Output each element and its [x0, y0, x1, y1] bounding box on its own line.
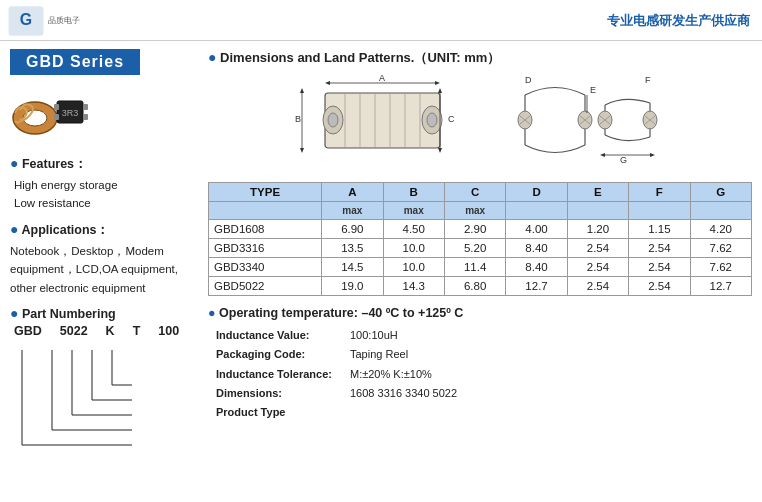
- feature-item-1: High energy storage: [14, 176, 200, 194]
- svg-text:3R3: 3R3: [62, 108, 79, 118]
- part-numbering-diagram: [14, 340, 199, 458]
- table-cell-r0-c1: 6.90: [322, 220, 383, 239]
- table-cell-r0-c2: 4.50: [383, 220, 444, 239]
- table-cell-r0-c5: 1.20: [567, 220, 628, 239]
- part-code-t: T: [133, 324, 141, 338]
- operating-temp: ● Operating temperature: –40 ºC to +125º…: [208, 306, 752, 320]
- dimension-diagrams: A B C: [208, 75, 752, 170]
- table-cell-r0-c6: 1.15: [629, 220, 690, 239]
- table-cell-r1-c0: GBD3316: [209, 239, 322, 258]
- page-header: G 品质电子 专业电感研发生产供应商: [0, 0, 762, 41]
- series-badge: GBD Series: [10, 49, 140, 75]
- col-type-sub: [209, 202, 322, 220]
- table-cell-r2-c2: 10.0: [383, 258, 444, 277]
- dim-diagram-front: A B C: [290, 75, 485, 170]
- table-cell-r0-c0: GBD1608: [209, 220, 322, 239]
- col-c-sub: max: [444, 202, 505, 220]
- table-cell-r0-c4: 4.00: [506, 220, 567, 239]
- svg-text:C: C: [448, 114, 455, 124]
- table-cell-r2-c0: GBD3340: [209, 258, 322, 277]
- table-cell-r0-c3: 2.90: [444, 220, 505, 239]
- col-e: E: [567, 183, 628, 202]
- col-d: D: [506, 183, 567, 202]
- svg-rect-8: [83, 104, 88, 110]
- part-detail-val-2: M:±20% K:±10%: [350, 365, 432, 384]
- table-cell-r1-c1: 13.5: [322, 239, 383, 258]
- table-cell-r2-c3: 11.4: [444, 258, 505, 277]
- svg-text:G: G: [20, 11, 32, 28]
- table-cell-r2-c7: 7.62: [690, 258, 751, 277]
- svg-text:G: G: [620, 155, 627, 165]
- applications-bullet: ●: [10, 221, 18, 237]
- svg-text:A: A: [379, 75, 385, 83]
- part-code-gbd: GBD: [14, 324, 42, 338]
- company-name-cn: 品质电子: [48, 17, 80, 26]
- col-c: C: [444, 183, 505, 202]
- svg-marker-65: [600, 153, 605, 157]
- svg-marker-36: [300, 88, 304, 93]
- table-row: GBD331613.510.05.208.402.542.547.62: [209, 239, 752, 258]
- svg-point-32: [328, 113, 338, 127]
- left-column: GBD Series 3R3 ●: [10, 49, 200, 461]
- table-cell-r1-c4: 8.40: [506, 239, 567, 258]
- table-cell-r3-c0: GBD5022: [209, 277, 322, 296]
- svg-marker-21: [325, 81, 330, 85]
- features-section: ● Features： High energy storage Low resi…: [10, 155, 200, 213]
- company-logo: G: [8, 6, 44, 36]
- table-row: GBD334014.510.011.48.402.542.547.62: [209, 258, 752, 277]
- part-detail-key-3: Dimensions:: [216, 384, 346, 403]
- part-code-100: 100: [158, 324, 179, 338]
- col-a-sub: max: [322, 202, 383, 220]
- part-numbering-bullet: ●: [10, 305, 18, 321]
- logo-area: G 品质电子: [8, 6, 80, 36]
- applications-section: ● Applications： Notebook，Desktop，Modem e…: [10, 221, 200, 297]
- part-detail-2: Inductance Tolerance:M:±20% K:±10%: [216, 365, 752, 384]
- feature-list: High energy storage Low resistance: [10, 176, 200, 213]
- svg-marker-41: [438, 88, 442, 93]
- col-g: G: [690, 183, 751, 202]
- table-cell-r2-c1: 14.5: [322, 258, 383, 277]
- svg-text:D: D: [525, 75, 532, 85]
- table-cell-r1-c6: 2.54: [629, 239, 690, 258]
- part-detail-key-2: Inductance Tolerance:: [216, 365, 346, 384]
- svg-rect-9: [83, 114, 88, 120]
- col-f-sub: [629, 202, 690, 220]
- part-code-k: K: [106, 324, 115, 338]
- svg-point-34: [427, 113, 437, 127]
- table-cell-r0-c7: 4.20: [690, 220, 751, 239]
- part-detail-3: Dimensions:1608 3316 3340 5022: [216, 384, 752, 403]
- svg-rect-7: [54, 114, 59, 120]
- col-f: F: [629, 183, 690, 202]
- table-cell-r1-c2: 10.0: [383, 239, 444, 258]
- part-detail-val-1: Taping Reel: [350, 345, 408, 364]
- coil-image-1: 3R3: [10, 83, 88, 145]
- svg-text:E: E: [590, 85, 596, 95]
- col-b: B: [383, 183, 444, 202]
- table-cell-r2-c4: 8.40: [506, 258, 567, 277]
- dimensions-title: ● Dimensions and Land Patterns.（UNIT: mm…: [208, 49, 752, 67]
- part-detail-4: Product Type: [216, 403, 752, 422]
- col-g-sub: [690, 202, 751, 220]
- dim-diagram-side: D E F: [505, 75, 670, 170]
- col-a: A: [322, 183, 383, 202]
- dimensions-table: TYPE A B C D E F G max max max: [208, 182, 752, 296]
- part-numbering-title: ● Part Numbering: [10, 305, 200, 321]
- table-cell-r3-c5: 2.54: [567, 277, 628, 296]
- table-cell-r3-c1: 19.0: [322, 277, 383, 296]
- part-numbering-section: ● Part Numbering GBD 5022 K T 100: [10, 305, 200, 461]
- part-code-5022: 5022: [60, 324, 88, 338]
- header-tagline: 专业电感研发生产供应商: [607, 12, 750, 30]
- col-type: TYPE: [209, 183, 322, 202]
- col-e-sub: [567, 202, 628, 220]
- table-row: GBD16086.904.502.904.001.201.154.20: [209, 220, 752, 239]
- features-title: ● Features：: [10, 155, 200, 173]
- svg-marker-37: [300, 148, 304, 153]
- table-cell-r1-c7: 7.62: [690, 239, 751, 258]
- part-detail-key-0: Inductance Value:: [216, 326, 346, 345]
- part-code-row: GBD 5022 K T 100: [14, 324, 200, 338]
- part-details: Inductance Value:100:10uHPackaging Code:…: [216, 326, 752, 422]
- part-detail-key-1: Packaging Code:: [216, 345, 346, 364]
- applications-text: Notebook，Desktop，Modem equipment，LCD,OA …: [10, 242, 200, 297]
- table-cell-r1-c5: 2.54: [567, 239, 628, 258]
- part-detail-val-0: 100:10uH: [350, 326, 398, 345]
